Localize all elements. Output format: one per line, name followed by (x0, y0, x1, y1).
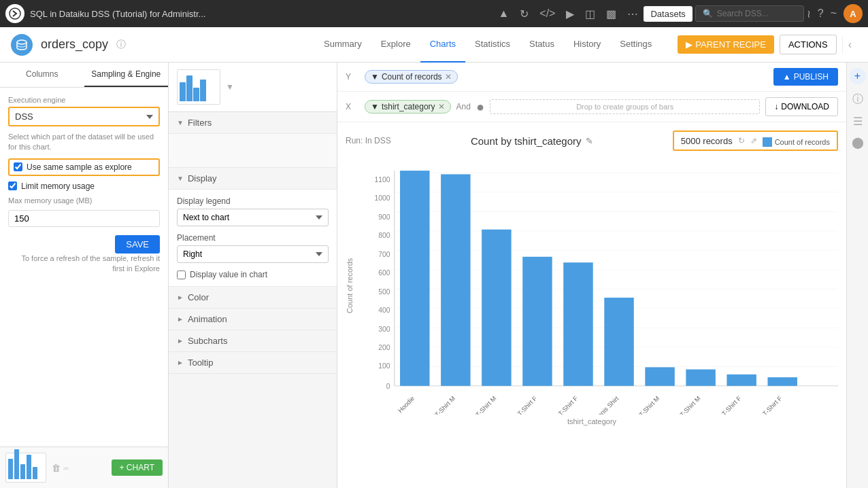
thumb-bar-4 (27, 455, 31, 479)
add-chart-button[interactable]: + CHART (112, 459, 163, 476)
refresh-note: To force a refresh of the sample, refres… (8, 254, 160, 275)
drop-zone[interactable]: Drop to create groups of bars (490, 99, 760, 114)
grid-icon[interactable]: ≀ (807, 7, 811, 20)
chart-container: Run: In DSS Count by tshirt_category ✎ 5… (337, 122, 846, 488)
search-box[interactable]: 🔍 (695, 5, 804, 22)
more-icon[interactable]: ⋯ (624, 5, 641, 23)
download-button[interactable]: ↓ DOWNLOAD (765, 97, 838, 116)
y-axis-pill[interactable]: ▼ Count of records ✕ (365, 70, 458, 84)
cbar4 (200, 80, 206, 101)
tab-status[interactable]: Status (520, 27, 564, 63)
use-same-sample-label: Use same sample as explore (27, 162, 132, 172)
header-nav: Summary Explore Charts Statistics Status… (314, 27, 661, 63)
bar-hoodie[interactable] (400, 171, 429, 386)
parent-recipe-label: PARENT RECIPE (695, 39, 766, 50)
add-panel-icon[interactable]: + (850, 68, 866, 84)
bar-black-tshirt-f[interactable] (563, 262, 592, 386)
circle-panel-icon[interactable]: ⬤ (852, 136, 864, 149)
max-memory-input[interactable] (8, 210, 160, 227)
run-icon[interactable]: ▶ (563, 5, 577, 23)
y-axis-row: Y ▼ Count of records ✕ ▲ PUBLISH (337, 63, 846, 92)
placement-select[interactable]: Right Left Top Bottom (177, 245, 329, 263)
user-avatar[interactable]: A (844, 4, 863, 23)
search-input[interactable] (717, 9, 799, 18)
main-layout: Columns Sampling & Engine Execution engi… (0, 63, 868, 488)
top-bar: SQL in Dataiku DSS (Tutorial) for Admini… (0, 0, 868, 27)
y-axis-clear[interactable]: ✕ (445, 72, 452, 82)
nav-icons: ▲ ↻ </> ▶ ◫ ▩ ⋯ (495, 5, 641, 23)
bar-bl-tshirt-f[interactable] (767, 377, 797, 386)
limit-memory-checkbox[interactable] (8, 181, 17, 190)
actions-button[interactable]: ACTIONS (780, 35, 837, 54)
tooltip-arrow: ► (177, 359, 184, 366)
filters-content (169, 134, 337, 168)
sidebar-tab-sampling[interactable]: Sampling & Engine (84, 63, 169, 87)
refresh-icon[interactable]: ↻ (517, 5, 531, 23)
bar-white-tshirt-m[interactable] (441, 174, 470, 385)
datasets-button[interactable]: Datasets (644, 6, 692, 22)
thumb-bar-2 (14, 449, 19, 479)
chart-type-thumb (177, 69, 220, 105)
animation-section-header[interactable]: ► Animation (169, 309, 337, 330)
run-info: Run: In DSS (346, 136, 391, 145)
y-axis-title: Count of records (346, 156, 359, 415)
bar-bl-tshirt-m[interactable] (686, 370, 715, 386)
delete-chart-icon[interactable]: 🗑 (52, 463, 61, 473)
subcharts-section-header[interactable]: ► Subcharts (169, 330, 337, 352)
tab-summary[interactable]: Summary (314, 27, 371, 63)
duplicate-chart-icon[interactable]: ⎓ (63, 463, 69, 473)
code-icon[interactable]: </> (537, 5, 558, 22)
use-same-sample-checkbox[interactable] (14, 162, 22, 171)
right-panel: Y ▼ Count of records ✕ ▲ PUBLISH X ▼ tsh… (337, 63, 846, 488)
help-icon[interactable]: ? (818, 7, 824, 20)
sidebar-tab-columns[interactable]: Columns (0, 63, 84, 87)
filters-section-header[interactable]: ▼ Filters (169, 112, 337, 134)
tab-settings[interactable]: Settings (610, 27, 661, 63)
publish-button[interactable]: ▲ PUBLISH (773, 68, 838, 86)
chat-panel-icon[interactable]: ☰ (853, 115, 863, 128)
bar-black-tshirt-m[interactable] (482, 230, 511, 386)
search-icon: 🔍 (703, 9, 713, 18)
parent-recipe-button[interactable]: ▶ PARENT RECIPE (678, 35, 774, 54)
filters-arrow: ▼ (177, 119, 184, 126)
subcharts-label: Subcharts (188, 336, 228, 346)
dataset-icon (11, 34, 33, 56)
info-icon[interactable]: ⓘ (116, 39, 126, 51)
x-axis-pill[interactable]: ▼ tshirt_category ✕ (365, 100, 451, 114)
edit-chart-icon[interactable]: ✎ (586, 136, 593, 146)
x-axis-clear[interactable]: ✕ (438, 102, 445, 111)
app-logo[interactable] (5, 4, 24, 23)
bar-white-tshirt-f[interactable] (522, 257, 552, 386)
bar-wh-tshirt-m[interactable] (645, 367, 674, 385)
execution-engine-select[interactable]: DSS Spark Hive (8, 107, 160, 126)
color-section-header[interactable]: ► Color (169, 287, 337, 309)
deploy-icon[interactable]: ◫ (582, 5, 598, 23)
middle-panel: ▼ ▼ Filters ▼ Display Display legend Nex… (169, 63, 337, 488)
tab-charts[interactable]: Charts (420, 27, 465, 63)
display-value-checkbox[interactable] (177, 271, 186, 279)
tab-explore[interactable]: Explore (371, 27, 420, 63)
cbar2 (186, 75, 193, 101)
flow-icon[interactable]: ▲ (495, 5, 512, 22)
monitor-icon[interactable]: ▩ (603, 5, 619, 23)
refresh-records-icon[interactable]: ↻ (738, 136, 745, 145)
svg-text:Black T-Shirt F: Black T-Shirt F (545, 394, 580, 415)
svg-text:Wh T-Shirt F: Wh T-Shirt F (712, 394, 743, 415)
back-button[interactable]: ‹ (842, 36, 857, 54)
records-box: 5000 records ↻ ⇗ Count of records (673, 130, 838, 151)
bar-tennis-shirt[interactable] (604, 298, 633, 386)
tab-statistics[interactable]: Statistics (465, 27, 520, 63)
svg-text:900: 900 (378, 213, 390, 221)
bar-wh-tshirt-f[interactable] (727, 374, 756, 386)
activity-icon[interactable]: ~ (831, 7, 837, 20)
tab-history[interactable]: History (564, 27, 610, 63)
x-axis-arrow: ▼ (371, 102, 379, 111)
use-same-sample-row: Use same sample as explore (8, 158, 160, 176)
info-panel-icon[interactable]: ⓘ (852, 92, 863, 107)
expand-chart-icon[interactable]: ⇗ (750, 136, 757, 145)
chart-type-expand[interactable]: ▼ (226, 82, 234, 92)
save-button[interactable]: SAVE (115, 235, 160, 254)
tooltip-section-header[interactable]: ► Tooltip (169, 352, 337, 374)
display-legend-select[interactable]: Next to chart Above chart Below chart Hi… (177, 209, 329, 226)
display-section-header[interactable]: ▼ Display (169, 168, 337, 190)
